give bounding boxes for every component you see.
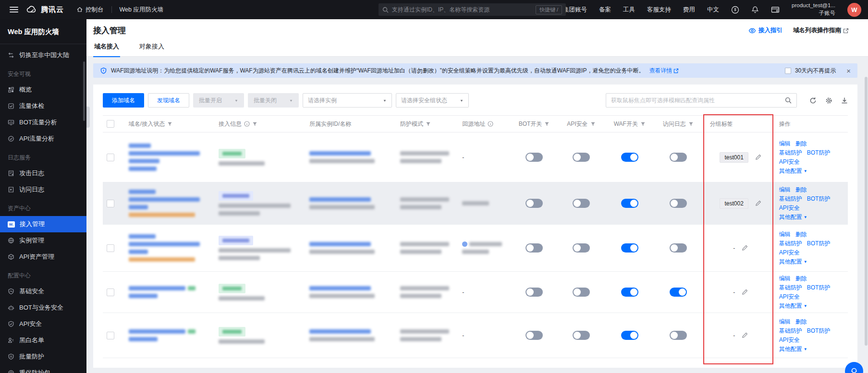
sidebar-item-api-asset[interactable]: API资产管理 [0,249,86,265]
waf-switch-toggle[interactable] [621,199,638,208]
access-log-toggle[interactable] [670,243,687,253]
delete-link[interactable]: 删除 [795,318,807,326]
filter-icon[interactable] [544,121,550,127]
sidebar-item-batch-protection[interactable]: 批量防护 [0,349,86,365]
api-security-link[interactable]: API安全 [779,158,800,166]
console-link[interactable]: 控制台 [76,6,104,14]
bot-protection-link[interactable]: BOT防护 [807,284,831,292]
api-security-toggle[interactable] [573,243,590,253]
tab-object-access[interactable]: 对象接入 [138,40,165,57]
tencent-cloud-logo[interactable]: 腾讯云 [26,5,64,14]
feedback-icon[interactable] [731,6,739,14]
filter-icon[interactable] [640,121,646,127]
info-icon[interactable] [244,121,250,127]
access-log-toggle[interactable] [670,199,687,208]
api-security-toggle[interactable] [573,199,590,208]
sidebar-item-instance-management[interactable]: 实例管理 [0,232,86,249]
menu-billing[interactable]: 费用 [683,6,695,14]
bot-switch-toggle[interactable] [526,331,543,340]
api-security-toggle[interactable] [573,288,590,297]
close-icon[interactable]: × [846,67,851,74]
access-guide-link[interactable]: 接入指引 [748,26,782,35]
waf-switch-toggle[interactable] [621,243,638,253]
tab-domain-access[interactable]: 域名接入 [93,40,120,57]
api-security-link[interactable]: API安全 [779,204,800,212]
menu-language[interactable]: 中文 [707,6,719,14]
account-info[interactable]: product_test@1... 子账号 [792,2,835,17]
sidebar-item-bot-traffic[interactable]: BOT流量分析 [0,114,86,131]
access-log-toggle[interactable] [670,288,687,297]
filter-icon[interactable] [167,121,172,127]
waf-switch-toggle[interactable] [621,331,638,340]
basic-protection-link[interactable]: 基础防护 [779,240,802,248]
bot-protection-link[interactable]: BOT防护 [807,240,831,248]
sidebar-item-api-traffic[interactable]: API流量分析 [0,131,86,147]
edit-link[interactable]: 编辑 [779,230,791,239]
edit-tag-icon[interactable] [755,200,761,206]
console-card-icon[interactable] [771,6,780,13]
page-scrollbar[interactable] [865,77,868,346]
bot-protection-link[interactable]: BOT防护 [807,195,831,203]
sidebar-scrollbar[interactable] [83,61,85,121]
edit-tag-icon[interactable] [742,245,748,251]
refresh-icon[interactable] [809,97,817,104]
sidebar-item-access-log[interactable]: 访问日志 [0,181,86,198]
row-checkbox[interactable] [107,244,114,252]
more-config-link[interactable]: 其他配置▼ [779,302,807,310]
access-log-toggle[interactable] [670,153,687,162]
row-checkbox[interactable] [107,154,114,161]
table-search-input[interactable]: 获取鼠标焦点即可选择模糊匹配查询属性 [606,93,797,108]
gear-icon[interactable] [825,97,832,104]
row-checkbox[interactable] [107,332,114,339]
view-details-link[interactable]: 查看详情 [649,67,679,75]
sidebar-item-bot-security[interactable]: BOT与业务安全 [0,300,86,316]
batch-enable-button[interactable]: 批量开启 ▼ [193,93,244,108]
delete-link[interactable]: 删除 [795,275,807,283]
edit-link[interactable]: 编辑 [779,186,791,194]
domain-list-manual-link[interactable]: 域名列表操作指南 [793,26,849,35]
basic-protection-link[interactable]: 基础防护 [779,284,802,292]
dismiss-checkbox[interactable] [785,68,791,74]
edit-tag-icon[interactable] [742,332,748,338]
sidebar-item-blackwhite-list[interactable]: 黑白名单 [0,332,86,349]
more-config-link[interactable]: 其他配置▼ [779,167,807,175]
filter-icon[interactable] [426,121,431,127]
delete-link[interactable]: 删除 [795,230,807,239]
more-config-link[interactable]: 其他配置▼ [779,345,807,353]
waf-switch-toggle[interactable] [621,153,638,162]
sidebar-item-access-management[interactable]: W. 接入管理 [0,216,86,232]
bot-switch-toggle[interactable] [526,288,543,297]
edit-tag-icon[interactable] [742,289,748,295]
basic-protection-link[interactable]: 基础防护 [779,149,802,157]
sidebar-item-region-switch[interactable]: 切换至非中国大陆 [0,47,86,63]
row-checkbox[interactable] [107,289,114,296]
security-group-select[interactable]: 请选择安全组状态 ▼ [396,93,469,108]
instance-select[interactable]: 请选择实例 ▼ [303,93,392,108]
select-all-checkbox[interactable] [107,120,114,128]
filter-icon[interactable] [590,121,596,127]
info-icon[interactable] [488,121,493,127]
edit-link[interactable]: 编辑 [779,275,791,283]
api-security-toggle[interactable] [573,331,590,340]
row-checkbox[interactable] [107,200,114,207]
sidebar-item-overview[interactable]: 概览 [0,82,86,98]
edit-link[interactable]: 编辑 [779,318,791,326]
delete-link[interactable]: 删除 [795,186,807,194]
bot-protection-link[interactable]: BOT防护 [807,327,831,335]
current-product[interactable]: Web 应用防火墙 [120,6,163,14]
api-security-link[interactable]: API安全 [779,249,800,257]
api-security-link[interactable]: API安全 [779,336,800,344]
edit-tag-icon[interactable] [755,154,761,160]
discover-domain-button[interactable]: 发现域名 [148,93,189,108]
menu-group-account[interactable]: 集团账号 [563,6,587,14]
more-config-link[interactable]: 其他配置▼ [779,258,807,266]
access-log-toggle[interactable] [670,331,687,340]
delete-link[interactable]: 删除 [795,140,807,148]
global-search-input[interactable]: 支持通过实例ID、IP、名称等搜索资源 快捷键 / [379,3,566,16]
sidebar-item-api-security[interactable]: API安全 [0,316,86,332]
avatar[interactable]: W [847,3,861,17]
filter-icon[interactable] [688,121,694,127]
waf-switch-toggle[interactable] [621,288,638,297]
add-domain-button[interactable]: 添加域名 [103,93,144,108]
bot-switch-toggle[interactable] [526,153,543,162]
